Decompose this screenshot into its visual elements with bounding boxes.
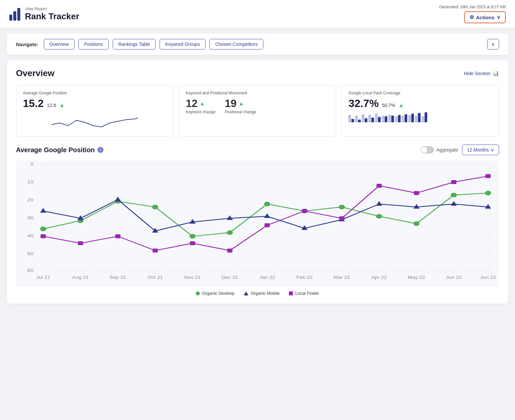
toggle-switch[interactable] <box>421 146 434 154</box>
nav-positions[interactable]: Positions <box>78 39 109 50</box>
bar-light <box>395 116 398 122</box>
svg-text:Jun 22: Jun 22 <box>480 275 496 280</box>
keyword-num: 12 ▲ <box>186 97 215 110</box>
chart-controls: Aggregate 12 Months ∨ <box>421 145 499 155</box>
hide-section-button[interactable]: Hide Section 📊 <box>464 70 499 76</box>
svg-rect-54 <box>265 223 270 227</box>
positional-value: 19 <box>225 97 237 110</box>
bar-chart-icon: 📊 <box>492 70 499 76</box>
main-content: Overview Hide Section 📊 Average Google P… <box>0 60 515 317</box>
bar-dark <box>418 113 421 122</box>
bar-group-3 <box>362 114 367 122</box>
svg-text:Aug 21: Aug 21 <box>72 275 89 280</box>
svg-point-22 <box>40 227 46 231</box>
positional-num: 19 ▲ <box>225 97 256 110</box>
bar-light <box>362 114 364 122</box>
main-chart-svg: 0 10 20 30 40 50 60 Jul 21 Aug 21 Sep 21… <box>16 160 499 287</box>
nav-collapse-button[interactable]: ∧ <box>487 39 499 50</box>
local-pack-value-row: 32.7% 50.7% ▲ <box>348 97 492 110</box>
period-chevron-icon: ∨ <box>491 147 494 153</box>
svg-rect-51 <box>153 249 158 253</box>
svg-text:40: 40 <box>27 233 34 238</box>
nav-rankings-table[interactable]: Rankings Table <box>113 39 156 50</box>
bar-group-11 <box>415 113 421 122</box>
period-button[interactable]: 12 Months ∨ <box>462 145 499 155</box>
positional-change-label: Positional change <box>225 110 256 114</box>
avg-position-main: 15.2 <box>23 97 44 110</box>
bar-dark <box>411 114 414 122</box>
svg-point-32 <box>413 221 419 226</box>
info-icon: i <box>97 147 103 153</box>
legend-local-finder-label: Local Finder <box>295 291 319 296</box>
svg-text:Feb 22: Feb 22 <box>296 275 313 280</box>
legend-organic-desktop: Organic Desktop <box>196 291 234 296</box>
bar-dark <box>391 116 394 122</box>
bar-dark <box>365 118 367 122</box>
toggle-knob <box>421 147 427 153</box>
stats-row: Average Google Position 15.2 12.8 ▲ Keyw… <box>16 85 499 137</box>
bar-light <box>375 114 378 122</box>
bar-dark <box>425 112 427 122</box>
bar-group-2 <box>355 116 361 122</box>
actions-button[interactable]: ⚙ Actions ∨ <box>464 11 506 23</box>
bar-group-4 <box>368 115 374 122</box>
nav-chosen-competitors[interactable]: Chosen Competitors <box>209 39 263 50</box>
svg-rect-56 <box>339 216 344 220</box>
keyword-arrow: ▲ <box>199 101 205 107</box>
keyword-positional-label: Keyword and Positional Movement <box>186 91 329 95</box>
nav-overview[interactable]: Overview <box>44 39 74 50</box>
nav-bar: Navigate: Overview Positions Rankings Ta… <box>7 34 508 55</box>
svg-rect-60 <box>485 174 491 178</box>
legend-triangle-blue <box>244 291 248 295</box>
svg-rect-49 <box>78 241 83 245</box>
report-title: Rank Tracker <box>25 11 79 22</box>
svg-rect-59 <box>451 180 456 184</box>
aggregate-toggle[interactable]: Aggregate <box>421 146 458 154</box>
svg-point-33 <box>451 193 457 197</box>
legend-organic-mobile-label: Organic Mobile <box>251 291 280 296</box>
actions-label: Actions <box>476 15 494 20</box>
view-report-label: View Report: <box>25 7 79 11</box>
bar-group-6 <box>382 116 387 122</box>
bar-light <box>355 116 358 122</box>
nav-keyword-groups[interactable]: Keyword Groups <box>160 39 205 50</box>
generated-text: Generated: 18th Jan 2023 at 8:27 AM <box>439 5 506 9</box>
overview-section: Overview Hide Section 📊 Average Google P… <box>7 60 508 304</box>
chart-title-text: Average Google Position <box>16 146 95 154</box>
svg-rect-52 <box>190 241 195 245</box>
local-pack-card: Google Local Pack Coverage 32.7% 50.7% ▲ <box>341 85 499 137</box>
bar-group-5 <box>375 114 381 122</box>
overview-title: Overview <box>16 68 55 78</box>
positional-arrow: ▲ <box>239 101 244 107</box>
local-pack-label: Google Local Pack Coverage <box>348 91 492 95</box>
bar-light <box>422 116 424 122</box>
svg-rect-53 <box>227 249 232 253</box>
period-label: 12 Months <box>467 147 489 153</box>
navigate-label: Navigate: <box>16 42 39 47</box>
header: View Report: Rank Tracker Generated: 18t… <box>0 0 515 28</box>
svg-point-34 <box>485 191 491 195</box>
svg-text:20: 20 <box>27 197 34 202</box>
chevron-down-icon: ∨ <box>497 14 500 20</box>
bar-light <box>415 116 418 122</box>
svg-rect-58 <box>414 191 419 195</box>
bar-dark <box>398 115 401 122</box>
svg-text:Jan 22: Jan 22 <box>259 275 275 280</box>
svg-text:Jul 21: Jul 21 <box>36 275 50 280</box>
svg-text:Dec 21: Dec 21 <box>221 275 238 280</box>
legend-organic-mobile: Organic Mobile <box>244 291 280 296</box>
svg-point-26 <box>190 234 195 239</box>
header-left: View Report: Rank Tracker <box>9 7 79 22</box>
bar-dark <box>378 117 381 122</box>
local-pack-sub: 50.7% <box>382 103 395 108</box>
bar-dark <box>358 120 361 122</box>
svg-rect-48 <box>41 234 46 238</box>
bar-group-7 <box>388 115 394 122</box>
svg-text:30: 30 <box>27 215 34 220</box>
chart-wrapper: 0 10 20 30 40 50 60 Jul 21 Aug 21 Sep 21… <box>16 160 499 287</box>
bar-group-8 <box>395 115 401 122</box>
keyword-positional-card: Keyword and Positional Movement 12 ▲ Key… <box>179 85 336 137</box>
keyword-item: 12 ▲ Keyword change <box>186 97 215 114</box>
svg-text:Mar 22: Mar 22 <box>333 275 350 280</box>
svg-point-28 <box>264 202 270 206</box>
